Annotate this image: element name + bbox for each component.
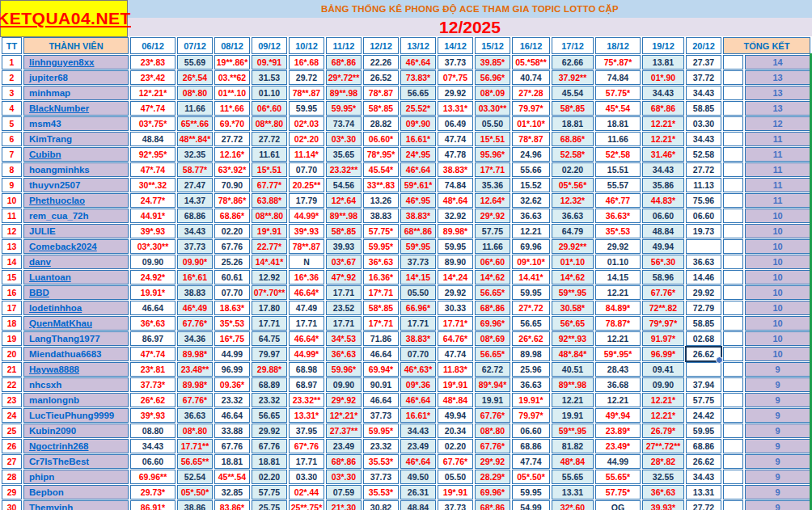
total-score: 9 <box>745 485 810 499</box>
score-cell: 18.63* <box>214 301 250 315</box>
member-link[interactable]: Phethuoclao <box>23 193 129 208</box>
total-score: 10 <box>745 239 810 254</box>
member-link[interactable]: danv <box>23 255 129 269</box>
score-cell: 39*.93 <box>130 224 176 238</box>
score-cell: 46*.64 <box>400 162 436 177</box>
row-number: 26 <box>2 439 22 453</box>
score-cell: 11.66 <box>595 132 641 146</box>
member-name: thuyvn2507 <box>23 178 129 192</box>
score-cell: 46*.64 <box>400 393 436 407</box>
score-cell: 09*.90 <box>400 116 436 131</box>
score-cell: 19*.91 <box>438 377 473 392</box>
score-cell: 27*.28 <box>512 86 550 100</box>
score-cell: 47*.74 <box>130 347 176 361</box>
score-cell: 12.21* <box>642 408 684 423</box>
col-header-date: 07/12 <box>177 37 213 54</box>
score-cell: 34.43 <box>642 86 684 100</box>
score-cell: 37.73 <box>400 255 436 269</box>
score-cell: 03.**62 <box>214 70 250 85</box>
score-cell: 78*.87 <box>363 86 399 100</box>
member-link[interactable]: Themvinh <box>23 500 129 510</box>
score-cell: 09.90* <box>177 255 213 269</box>
member-link[interactable]: BBD <box>23 285 129 300</box>
score-cell: 21*.30 <box>326 500 362 510</box>
member-link[interactable]: QuenMatKhau <box>23 316 129 331</box>
row-number: 7 <box>2 147 22 162</box>
score-cell: 67.76* <box>475 439 510 453</box>
score-cell: 09.90 <box>642 377 684 392</box>
site-logo[interactable]: KETQUA04.NET <box>0 0 128 37</box>
score-cell: 36*.63 <box>326 347 362 361</box>
score-cell: 01*.10* <box>512 116 550 131</box>
score-cell: 12.21* <box>642 116 684 131</box>
member-link[interactable]: Ngoctrinh268 <box>23 439 129 453</box>
selected-cell[interactable]: 26.62 <box>686 347 721 361</box>
table-row: 14danv09.9009.90*25.2614*.41*N03*.6736*.… <box>2 255 810 269</box>
score-cell: 34.43 <box>686 132 721 146</box>
score-cell: 67.76* <box>642 285 684 300</box>
score-cell: 27.47 <box>177 178 213 192</box>
score-cell: 57.75* <box>363 224 399 238</box>
member-name: LangThang1977 <box>23 331 129 346</box>
row-number: 18 <box>2 316 22 331</box>
member-name: Cr7IsTheBest <box>23 454 129 469</box>
score-cell: 57.75* <box>595 86 641 100</box>
member-link[interactable]: Luantoan <box>23 270 129 285</box>
score-cell: 46*.49 <box>177 301 213 315</box>
score-cell: 32.85 <box>214 485 250 499</box>
score-cell: 67.76* <box>177 393 213 407</box>
score-cell: 16.61* <box>400 132 436 146</box>
score-cell: 58*.85 <box>363 301 399 315</box>
spacer-cell <box>723 116 743 131</box>
member-name: LucTieuPhung9999 <box>23 408 129 423</box>
score-cell: 14.37 <box>177 193 213 208</box>
selection-handle[interactable] <box>716 356 723 364</box>
score-cell: 32.92 <box>438 209 473 223</box>
score-cell: 54.99 <box>512 500 550 510</box>
member-link[interactable]: lodetinhhoa <box>23 301 129 315</box>
score-cell: 18.81 <box>252 454 287 469</box>
score-cell: 11.13 <box>686 178 721 192</box>
row-number: 3 <box>2 86 22 100</box>
member-name: manlongnb <box>23 393 129 407</box>
score-cell: 47*.92 <box>326 270 362 285</box>
score-cell: 23.48** <box>177 362 213 377</box>
score-cell: 26*.54 <box>177 70 213 85</box>
score-cell: 44.99 <box>214 347 250 361</box>
score-cell: 89**.98 <box>326 209 362 223</box>
score-cell: 58.96 <box>642 270 684 285</box>
score-cell: 56*.30 <box>642 255 684 269</box>
member-name: Kubin2090 <box>23 424 129 438</box>
score-cell: 37.73 <box>363 470 399 484</box>
member-link[interactable]: BlackNumber <box>23 101 129 116</box>
score-cell: 81.82 <box>552 439 594 453</box>
score-cell: 09*.36 <box>400 377 436 392</box>
total-score: 13 <box>745 70 810 85</box>
row-number: 10 <box>2 193 22 208</box>
score-cell: 59*.95 <box>400 239 436 254</box>
score-cell: 58*.85 <box>326 224 362 238</box>
score-cell: 39.93* <box>642 500 684 510</box>
score-cell: 14*.62 <box>475 270 510 285</box>
table-row: 22nhcsxh37.73*89.98*09.36*68.8968.9709.9… <box>2 377 810 392</box>
member-link[interactable]: Cubibn <box>23 147 129 162</box>
member-link[interactable]: Haywa8888 <box>23 362 129 377</box>
score-cell: 24.42 <box>686 408 721 423</box>
table-title-bar: BẢNG THỐNG KÊ PHONG ĐỘ ACE THAM GIA TOPI… <box>128 0 812 18</box>
score-cell: 34.43 <box>400 424 436 438</box>
row-number: 13 <box>2 239 22 254</box>
total-score: 13 <box>745 86 810 100</box>
score-cell: 18.81 <box>214 454 250 469</box>
member-link[interactable]: Comeback2024 <box>23 239 129 254</box>
score-cell: 30.82 <box>363 500 399 510</box>
score-cell: 17.71 <box>326 316 362 331</box>
spacer-cell <box>723 162 743 177</box>
score-cell: 68.97 <box>289 377 324 392</box>
score-cell: 02*.44 <box>289 485 324 499</box>
score-cell: 64.75 <box>252 331 287 346</box>
table-row: 20Miendathua668347*.7489.98*44.9979.9744… <box>2 347 810 361</box>
score-cell: 27**.72** <box>642 439 684 453</box>
member-link[interactable]: linhnguyen8xx <box>23 55 129 70</box>
score-cell: 37.73 <box>438 500 473 510</box>
table-row: 21Haywa888823*.8123.48**96.9929.88*68.98… <box>2 362 810 377</box>
